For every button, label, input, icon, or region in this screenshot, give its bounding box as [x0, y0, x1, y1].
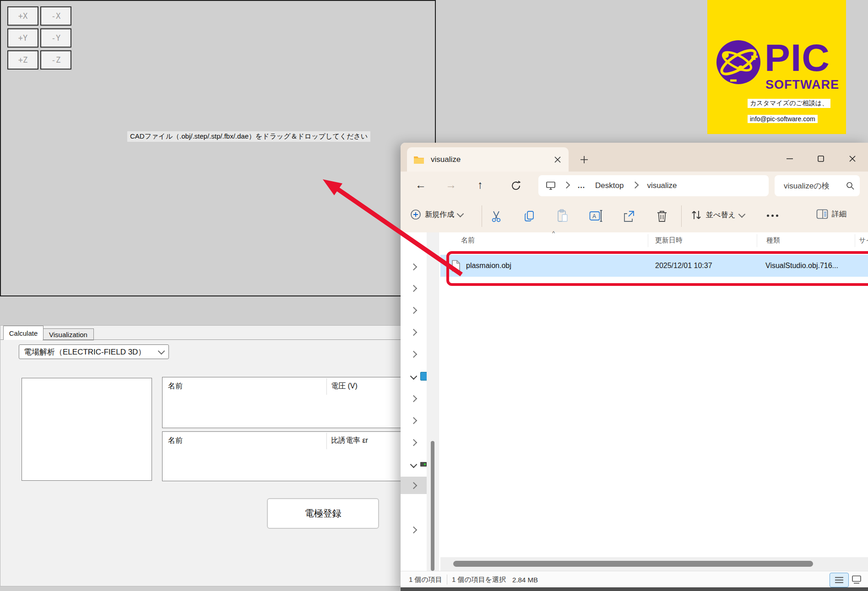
- selection-size: 2.84 MB: [512, 576, 538, 584]
- toolbar-divider: [482, 205, 482, 227]
- list-view-toggle[interactable]: [830, 573, 849, 587]
- analysis-type-select[interactable]: 電場解析（ELECTRIC-FIELD 3D）: [19, 344, 169, 359]
- tree-item[interactable]: [401, 323, 427, 341]
- back-icon[interactable]: ←: [415, 178, 426, 191]
- column-divider[interactable]: [648, 234, 648, 247]
- column-divider[interactable]: [757, 234, 757, 247]
- horizontal-scrollbar-track[interactable]: [440, 557, 868, 571]
- maximize-button[interactable]: [814, 153, 828, 165]
- new-tab-icon[interactable]: [580, 156, 588, 164]
- close-tab-icon[interactable]: [554, 156, 561, 163]
- sort-button[interactable]: 並べ替え: [690, 209, 744, 221]
- tree-item[interactable]: [401, 279, 427, 297]
- chevron-right-icon: [632, 182, 639, 189]
- paste-icon[interactable]: [556, 209, 569, 223]
- refresh-icon[interactable]: [510, 180, 521, 191]
- tree-item[interactable]: [401, 477, 427, 494]
- explorer-tab-visualize[interactable]: visualize: [407, 147, 569, 172]
- chevron-right-icon[interactable]: [410, 482, 418, 489]
- details-pane-button[interactable]: 詳細: [816, 209, 846, 219]
- column-divider[interactable]: [855, 234, 855, 247]
- list-view-icon: [835, 576, 844, 584]
- chevron-right-icon[interactable]: [410, 329, 418, 336]
- item-count: 1 個の項目: [409, 575, 442, 584]
- chevron-down-icon[interactable]: [410, 461, 418, 468]
- column-divider: [326, 433, 327, 449]
- chevron-right-icon[interactable]: [410, 263, 418, 271]
- register-electrode-button[interactable]: 電極登録: [267, 498, 379, 529]
- permittivity-table[interactable]: 名前 比誘電率 εr: [162, 431, 419, 481]
- tree-item[interactable]: [401, 521, 427, 538]
- axis-plus-z-button[interactable]: +Z: [7, 50, 38, 70]
- tree-item[interactable]: [401, 456, 427, 473]
- annotation-highlight-box: [446, 251, 868, 286]
- sort-button-label: 並べ替え: [706, 210, 736, 220]
- breadcrumb-ellipsis[interactable]: …: [577, 181, 586, 190]
- file-explorer-window: visualize ← → ↑: [401, 143, 868, 591]
- permittivity-table-name-header: 名前: [168, 436, 183, 446]
- voltage-table[interactable]: 名前 電圧 (V): [162, 377, 419, 428]
- address-bar[interactable]: … Desktop visualize: [538, 175, 769, 196]
- chevron-right-icon[interactable]: [410, 417, 418, 424]
- share-icon[interactable]: [623, 210, 635, 223]
- axis-minus-y-button[interactable]: -Y: [40, 28, 71, 48]
- electrode-listbox[interactable]: [22, 378, 152, 481]
- chevron-down-icon: [158, 348, 165, 355]
- column-header-modified[interactable]: 更新日時: [655, 236, 683, 245]
- tree-item[interactable]: [401, 412, 427, 429]
- minimize-button[interactable]: [783, 153, 797, 165]
- selection-count: 1 個の項目を選択: [452, 575, 506, 584]
- forward-icon[interactable]: →: [445, 178, 456, 191]
- tree-scrollbar-thumb[interactable]: [431, 441, 434, 571]
- chevron-right-icon[interactable]: [410, 439, 418, 446]
- voltage-table-name-header: 名前: [168, 381, 183, 391]
- banner-caption: カスタマイズのご相談は、: [748, 99, 830, 108]
- chevron-right-icon[interactable]: [410, 351, 418, 358]
- tree-item[interactable]: [401, 390, 427, 407]
- cad-viewport[interactable]: +X -X +Y -Y +Z -Z CADファイル（.obj/.step/.st…: [0, 0, 436, 296]
- delete-icon[interactable]: [656, 210, 668, 222]
- column-header-size[interactable]: サイズ: [859, 236, 868, 245]
- bottom-edge: [401, 587, 868, 591]
- voltage-table-voltage-header: 電圧 (V): [331, 381, 358, 391]
- new-button[interactable]: 新規作成: [410, 209, 463, 220]
- breadcrumb-desktop[interactable]: Desktop: [595, 181, 624, 190]
- chevron-right-icon[interactable]: [410, 527, 418, 534]
- horizontal-scrollbar-thumb[interactable]: [453, 561, 813, 567]
- more-options-icon[interactable]: [767, 215, 778, 217]
- chevron-down-icon: [457, 210, 464, 218]
- chevron-right-icon: [563, 182, 570, 189]
- tree-item[interactable]: [401, 301, 427, 319]
- search-icon[interactable]: [846, 182, 854, 190]
- tab-visualization[interactable]: Visualization: [43, 328, 94, 340]
- tree-item[interactable]: [401, 258, 427, 275]
- column-header-name[interactable]: 名前: [461, 236, 475, 245]
- axis-minus-z-button[interactable]: -Z: [40, 50, 71, 70]
- chevron-down-icon[interactable]: [410, 373, 418, 380]
- axis-plus-y-button[interactable]: +Y: [7, 28, 38, 48]
- tree-item[interactable]: [401, 345, 427, 363]
- chevron-right-icon[interactable]: [410, 395, 418, 403]
- chevron-right-icon[interactable]: [410, 285, 418, 292]
- tree-scrollbar-track[interactable]: [427, 232, 439, 571]
- close-icon: [849, 155, 856, 162]
- explorer-tab-title: visualize: [431, 155, 461, 164]
- content-view-toggle[interactable]: [851, 574, 863, 585]
- axis-minus-x-button[interactable]: -X: [40, 6, 71, 26]
- content-view-icon: [852, 575, 861, 584]
- sort-ascending-icon[interactable]: ^: [552, 230, 555, 236]
- tree-item[interactable]: [401, 434, 427, 451]
- rename-icon[interactable]: A: [589, 210, 603, 222]
- breadcrumb-visualize[interactable]: visualize: [647, 181, 677, 190]
- search-input[interactable]: visualizeの検: [775, 175, 860, 196]
- up-icon[interactable]: ↑: [477, 178, 483, 191]
- tree-item[interactable]: [401, 367, 427, 385]
- axis-plus-x-button[interactable]: +X: [7, 6, 38, 26]
- column-header-type[interactable]: 種類: [766, 236, 780, 245]
- copy-icon[interactable]: [523, 210, 536, 223]
- cut-icon[interactable]: [490, 210, 503, 223]
- tab-calculate[interactable]: Calculate: [3, 326, 43, 340]
- chevron-right-icon[interactable]: [410, 307, 418, 314]
- plus-circle-icon: [410, 209, 421, 220]
- close-window-button[interactable]: [846, 153, 859, 165]
